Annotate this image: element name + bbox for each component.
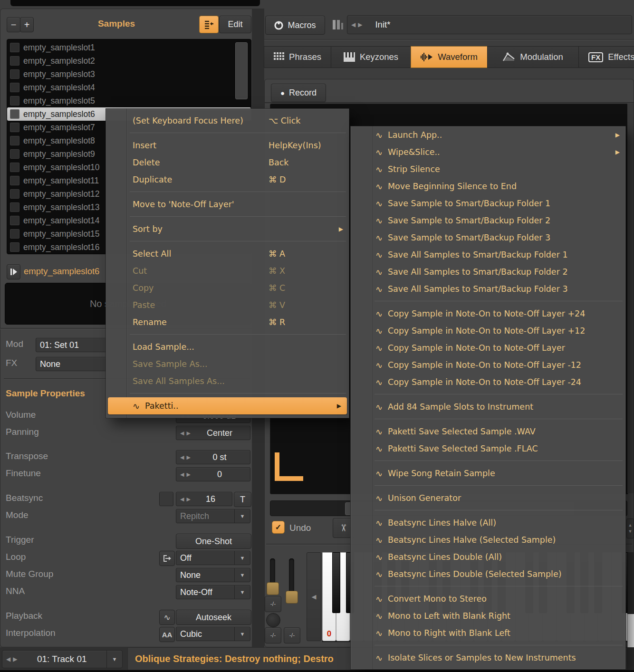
vzoom-buttons[interactable]: ▲ ▼ xyxy=(626,518,634,538)
menu-item-mono-to-left-with-blank-right[interactable]: ∿Mono to Left with Blank Right xyxy=(351,607,625,624)
sample-slot-row[interactable]: empty_sampleslot3 xyxy=(7,67,251,81)
velocity-reset-button[interactable]: -/- xyxy=(284,627,300,643)
sample-slot-checkbox[interactable] xyxy=(10,189,19,199)
record-button[interactable]: ● Record xyxy=(271,84,326,102)
sample-slot-checkbox[interactable] xyxy=(10,176,19,185)
remove-sample-button[interactable]: − xyxy=(7,17,20,32)
menu-item-move-to-note-off-layer[interactable]: Move to 'Note-Off Layer' xyxy=(106,196,349,213)
track-selector[interactable]: ◀ ▶ 01: Track 01 ▼ xyxy=(2,650,123,668)
chevron-down-icon[interactable]: ▼ xyxy=(234,551,250,565)
panning-reset-button[interactable]: -/- xyxy=(265,627,281,643)
sample-slot-checkbox[interactable] xyxy=(10,83,19,92)
instrument-selector-icon[interactable] xyxy=(332,19,344,30)
chevron-down-icon[interactable]: ▼ xyxy=(234,568,250,582)
menu-item-duplicate[interactable]: Duplicate⌘ D xyxy=(106,171,349,188)
menu-item-add-84-sample-slots-to-instrument[interactable]: ∿Add 84 Sample Slots to Instrument xyxy=(351,398,625,415)
autoseek-button[interactable]: Autoseek xyxy=(176,610,251,625)
stepper-left-icon[interactable]: ◀ xyxy=(180,455,184,460)
chevron-down-icon[interactable]: ▼ xyxy=(234,627,250,641)
undo-checkbox[interactable]: ✓ xyxy=(272,521,285,534)
menu-item-set-keyboard-focus-here[interactable]: (Set Keyboard Focus Here)⌥ Click xyxy=(106,112,349,129)
prev-track-icon[interactable]: ◀ xyxy=(6,656,10,662)
piano-black-key[interactable] xyxy=(627,552,634,614)
menu-item-wipe-song-retain-sample[interactable]: ∿Wipe Song Retain Sample xyxy=(351,465,625,482)
sample-slot-row[interactable]: empty_sampleslot5 xyxy=(7,94,251,107)
menu-item-launch-app[interactable]: ∿Launch App..▶ xyxy=(351,126,625,144)
beatsync-stepper[interactable]: ◀▶ 16 xyxy=(176,492,232,506)
interpolation-dropdown[interactable]: Cubic ▼ xyxy=(176,627,250,641)
sample-slot-checkbox[interactable] xyxy=(10,229,19,239)
sample-slot-checkbox[interactable] xyxy=(10,43,19,52)
antialias-toggle-button[interactable]: AA xyxy=(159,627,175,642)
piano-black-key[interactable] xyxy=(332,552,340,613)
menu-item-sort-by[interactable]: Sort by▶ xyxy=(106,221,349,238)
prev-instrument-icon[interactable]: ◀ xyxy=(351,22,355,28)
sample-slot-checkbox[interactable] xyxy=(10,149,19,159)
menu-item-paketti-save-selected-sample-flac[interactable]: ∿Paketti Save Selected Sample .FLAC xyxy=(351,440,625,457)
beatsync-t-button[interactable]: T xyxy=(234,492,251,507)
menu-item-unison-generator[interactable]: ∿Unison Generator xyxy=(351,490,625,507)
menu-item-beatsync-lines-halve-selected-sample[interactable]: ∿Beatsync Lines Halve (Selected Sample) xyxy=(351,531,625,548)
menu-item-copy-sample-in-note-on-to-note-off-layer-12[interactable]: ∿Copy Sample in Note-On to Note-Off Laye… xyxy=(351,356,625,374)
macros-button[interactable]: Macros xyxy=(265,16,325,35)
menu-item-isolate-slices-or-samples-to-new-instruments[interactable]: ∿Isolate Slices or Samples to New Instru… xyxy=(351,649,625,666)
stepper-left-icon[interactable]: ◀ xyxy=(180,472,184,477)
sample-slot-checkbox[interactable] xyxy=(10,69,19,79)
one-shot-button[interactable]: One-Shot xyxy=(176,534,251,549)
sample-slot-checkbox[interactable] xyxy=(10,242,19,252)
autofade-toggle-button[interactable]: ∿ xyxy=(159,610,175,625)
sample-slot-checkbox[interactable] xyxy=(10,202,19,212)
menu-item-save-all-samples-as[interactable]: Save All Samples As... xyxy=(106,373,349,390)
stepper-right-icon[interactable]: ▶ xyxy=(186,497,190,502)
nna-dropdown[interactable]: Note-Off ▼ xyxy=(176,585,250,599)
panning-knob[interactable] xyxy=(266,613,280,627)
menu-item-copy-sample-in-note-on-to-note-off-layer[interactable]: ∿Copy Sample in Note-On to Note-Off Laye… xyxy=(351,339,625,356)
chevron-down-icon[interactable]: ▼ xyxy=(234,586,250,599)
finetune-stepper[interactable]: ◀▶ 0 xyxy=(176,467,250,481)
velocity-slider-knob[interactable] xyxy=(286,591,298,604)
sample-slot-checkbox[interactable] xyxy=(10,109,19,119)
sample-slot-checkbox[interactable] xyxy=(10,123,19,132)
menu-item-save-sample-to-smart-backup-folder-3[interactable]: ∿Save Sample to Smart/Backup Folder 3 xyxy=(351,229,625,246)
instrument-name-box[interactable]: ◀ ▶ Init* xyxy=(347,15,632,34)
volume-slider-knob[interactable] xyxy=(267,582,279,595)
volume-reset-button[interactable]: -/- xyxy=(265,596,281,612)
menu-item-save-all-samples-to-smart-backup-folder-2[interactable]: ∿Save All Samples to Smart/Backup Folder… xyxy=(351,263,625,280)
sample-list-view-toggle-button[interactable] xyxy=(199,16,219,33)
loop-dropdown[interactable]: Off ▼ xyxy=(176,551,250,565)
stepper-left-icon[interactable]: ◀ xyxy=(180,431,184,436)
waveform-vscrollbar[interactable] xyxy=(627,104,634,493)
sample-slot-row[interactable]: empty_sampleslot2 xyxy=(7,54,251,67)
tab-waveform[interactable]: Waveform xyxy=(411,46,488,68)
sample-list-scrollbar[interactable] xyxy=(235,42,248,99)
menu-item-beatsync-lines-double-selected-sample[interactable]: ∿Beatsync Lines Double (Selected Sample) xyxy=(351,566,625,583)
menu-item-rename[interactable]: Rename⌘ R xyxy=(106,314,349,331)
mute-group-dropdown[interactable]: None ▼ xyxy=(176,568,250,582)
menu-item-select-all[interactable]: Select All⌘ A xyxy=(106,245,349,262)
beatsync-checkbox[interactable] xyxy=(159,492,173,506)
menu-item-beatsync-lines-double-all[interactable]: ∿Beatsync Lines Double (All) xyxy=(351,548,625,566)
menu-item-move-beginning-silence-to-end[interactable]: ∿Move Beginning Silence to End xyxy=(351,178,625,195)
menu-item-save-all-samples-to-smart-backup-folder-3[interactable]: ∿Save All Samples to Smart/Backup Folder… xyxy=(351,280,625,298)
panning-stepper[interactable]: ◀▶ Center xyxy=(176,426,250,440)
menu-item-copy[interactable]: Copy⌘ C xyxy=(106,279,349,297)
loop-release-button[interactable] xyxy=(159,551,175,566)
menu-item-paketti-save-selected-sample-wav[interactable]: ∿Paketti Save Selected Sample .WAV xyxy=(351,423,625,440)
tab-phrases[interactable]: Phrases xyxy=(264,46,331,68)
arrow-up-icon[interactable]: ▲ xyxy=(628,523,633,528)
chevron-down-icon[interactable]: ▼ xyxy=(234,509,250,523)
tab-keyzones[interactable]: Keyzones xyxy=(331,46,411,68)
play-sample-button[interactable] xyxy=(7,264,20,279)
sample-slot-row[interactable]: empty_sampleslot1 xyxy=(7,41,251,54)
menu-item-cut[interactable]: Cut⌘ X xyxy=(106,262,349,279)
menu-item-beatsync-lines-halve-all[interactable]: ∿Beatsync Lines Halve (All) xyxy=(351,514,625,531)
sample-slot-checkbox[interactable] xyxy=(10,163,19,172)
menu-item-convert-mono-to-stereo[interactable]: ∿Convert Mono to Stereo xyxy=(351,590,625,607)
menu-item-wipe-slice[interactable]: ∿Wipe&Slice..▶ xyxy=(351,144,625,161)
stepper-left-icon[interactable]: ◀ xyxy=(180,497,184,502)
next-track-icon[interactable]: ▶ xyxy=(13,656,17,662)
stepper-right-icon[interactable]: ▶ xyxy=(186,472,190,477)
sample-slot-checkbox[interactable] xyxy=(10,216,19,225)
tab-effects[interactable]: FX Effects xyxy=(578,46,634,68)
arrow-down-icon[interactable]: ▼ xyxy=(628,529,633,534)
